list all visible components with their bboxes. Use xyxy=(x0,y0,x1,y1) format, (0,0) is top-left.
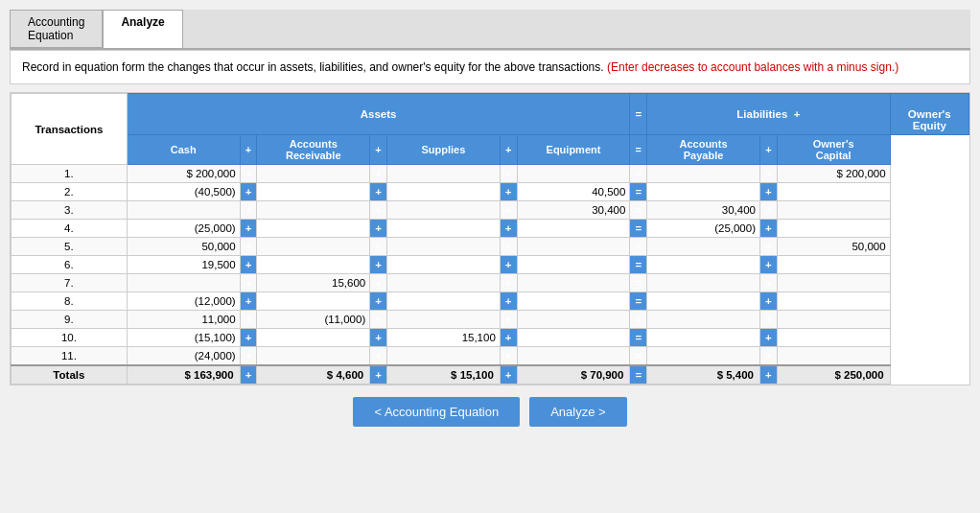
input-cell[interactable] xyxy=(386,201,500,220)
col-owners-capital: Owner'sCapital xyxy=(777,135,890,165)
col-equals: = xyxy=(630,135,647,165)
input-cell[interactable] xyxy=(386,274,500,292)
input-cell[interactable] xyxy=(257,183,370,201)
input-cell[interactable]: 50,000 xyxy=(127,238,240,256)
input-cell[interactable] xyxy=(517,220,630,238)
input-cell[interactable] xyxy=(777,274,890,292)
input-cell[interactable] xyxy=(647,311,760,329)
back-button[interactable]: < Accounting Equation xyxy=(353,397,520,427)
input-cell[interactable] xyxy=(517,238,630,256)
col-plus4: + xyxy=(760,135,778,165)
input-cell[interactable] xyxy=(257,201,370,220)
input-cell[interactable] xyxy=(386,165,500,183)
input-cell[interactable]: (11,000) xyxy=(257,311,370,329)
bottom-buttons: < Accounting Equation Analyze > xyxy=(10,397,970,427)
accounting-table-container: Transactions Assets = Liabilities + Owne… xyxy=(10,92,970,385)
col-equipment: Equipment xyxy=(517,135,630,165)
input-cell[interactable] xyxy=(127,274,240,292)
input-cell[interactable]: $ 200,000 xyxy=(127,165,240,183)
input-cell[interactable] xyxy=(647,347,760,366)
table-row: 7.+15,600++=+ xyxy=(12,274,969,292)
input-cell[interactable] xyxy=(777,292,890,311)
table-row: 2.(40,500)+++40,500=+ xyxy=(12,183,969,201)
input-cell[interactable] xyxy=(647,256,760,274)
input-cell[interactable]: 15,600 xyxy=(257,274,370,292)
col-liabilities-header: Liabilities + xyxy=(647,94,890,135)
col-equals-header: = xyxy=(630,94,647,135)
input-cell[interactable] xyxy=(777,256,890,274)
col-plus1: + xyxy=(240,135,257,165)
table-row: 1.$ 200,000+++=+$ 200,000 xyxy=(12,165,969,183)
input-cell[interactable] xyxy=(257,292,370,311)
input-cell[interactable] xyxy=(517,329,630,347)
input-cell[interactable] xyxy=(386,347,500,366)
input-cell[interactable] xyxy=(647,165,760,183)
input-cell[interactable] xyxy=(517,347,630,366)
col-transactions: Transactions xyxy=(12,94,128,165)
input-cell[interactable] xyxy=(777,183,890,201)
input-cell[interactable] xyxy=(386,311,500,329)
input-cell[interactable] xyxy=(517,256,630,274)
col-owners-equity-header: Owner'sEquity xyxy=(890,94,968,135)
input-cell[interactable] xyxy=(257,220,370,238)
input-cell[interactable]: (40,500) xyxy=(127,183,240,201)
instruction-main: Record in equation form the changes that… xyxy=(22,60,604,74)
tab-analyze[interactable]: Analyze xyxy=(103,10,182,48)
input-cell[interactable] xyxy=(127,201,240,220)
col-plus2: + xyxy=(370,135,387,165)
analyze-button[interactable]: Analyze > xyxy=(529,397,626,427)
input-cell[interactable] xyxy=(777,220,890,238)
input-cell[interactable] xyxy=(517,274,630,292)
input-cell[interactable] xyxy=(647,274,760,292)
input-cell[interactable] xyxy=(647,183,760,201)
input-cell[interactable]: (25,000) xyxy=(647,220,760,238)
col-plus3: + xyxy=(500,135,517,165)
input-cell[interactable] xyxy=(647,238,760,256)
input-cell[interactable] xyxy=(386,292,500,311)
input-cell[interactable] xyxy=(517,292,630,311)
col-supplies: Supplies xyxy=(386,135,500,165)
input-cell[interactable] xyxy=(257,165,370,183)
input-cell[interactable]: (25,000) xyxy=(127,220,240,238)
input-cell[interactable] xyxy=(257,329,370,347)
input-cell[interactable]: 30,400 xyxy=(647,201,760,220)
table-header-row-1: Transactions Assets = Liabilities + Owne… xyxy=(12,94,969,135)
input-cell[interactable]: 11,000 xyxy=(127,311,240,329)
input-cell[interactable] xyxy=(517,311,630,329)
input-cell[interactable]: 50,000 xyxy=(777,238,890,256)
tab-accounting-equation[interactable]: Accounting Equation xyxy=(10,10,103,48)
input-cell[interactable]: $ 200,000 xyxy=(777,165,890,183)
table-row: 3.+++30,400=30,400+ xyxy=(12,201,969,220)
table-row: 8.(12,000)+++=+ xyxy=(12,292,969,311)
input-cell[interactable]: 15,100 xyxy=(386,329,500,347)
input-cell[interactable] xyxy=(257,238,370,256)
input-cell[interactable] xyxy=(386,220,500,238)
input-cell[interactable] xyxy=(777,311,890,329)
input-cell[interactable] xyxy=(647,292,760,311)
input-cell[interactable] xyxy=(777,201,890,220)
input-cell[interactable] xyxy=(517,165,630,183)
accounting-table: Transactions Assets = Liabilities + Owne… xyxy=(11,93,969,385)
instruction-box: Record in equation form the changes that… xyxy=(10,50,970,84)
input-cell[interactable]: (15,100) xyxy=(127,329,240,347)
input-cell[interactable] xyxy=(257,347,370,366)
table-row: 9.11,000+(11,000)++=+ xyxy=(12,311,969,329)
input-cell[interactable] xyxy=(777,329,890,347)
input-cell[interactable]: 30,400 xyxy=(517,201,630,220)
input-cell[interactable]: 19,500 xyxy=(127,256,240,274)
input-cell[interactable]: (12,000) xyxy=(127,292,240,311)
col-accounts-payable: AccountsPayable xyxy=(647,135,760,165)
table-header-row-2: Cash + AccountsReceivable + Supplies + E… xyxy=(12,135,969,165)
table-row: 11.(24,000)+++=+ xyxy=(12,347,969,366)
input-cell[interactable]: (24,000) xyxy=(127,347,240,366)
input-cell[interactable] xyxy=(386,256,500,274)
input-cell[interactable] xyxy=(386,183,500,201)
input-cell[interactable] xyxy=(777,347,890,366)
input-cell[interactable] xyxy=(257,256,370,274)
input-cell[interactable] xyxy=(386,238,500,256)
input-cell[interactable]: 40,500 xyxy=(517,183,630,201)
table-row: 10.(15,100)++15,100+=+ xyxy=(12,329,969,347)
input-cell[interactable] xyxy=(647,329,760,347)
table-row: 4.(25,000)+++=(25,000)+ xyxy=(12,220,969,238)
instruction-highlight: (Enter decreases to account balances wit… xyxy=(607,60,898,74)
